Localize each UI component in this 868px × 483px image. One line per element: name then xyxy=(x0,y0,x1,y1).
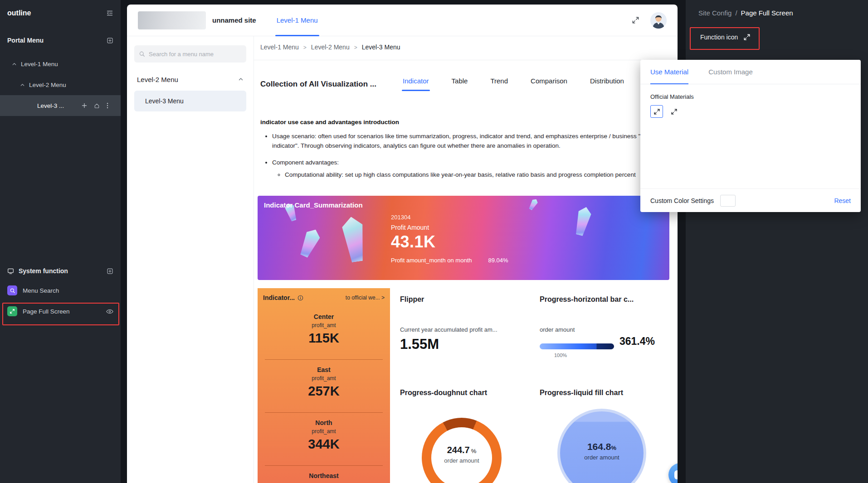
system-function-section: System function Menu Search Page Full Sc… xyxy=(0,262,121,322)
system-function-header: System function xyxy=(0,262,121,280)
sidebar-item-menu-search[interactable]: Menu Search xyxy=(0,280,121,301)
tab-distribution[interactable]: Distribution xyxy=(589,76,625,91)
official-materials-label: Official Materials xyxy=(650,93,694,100)
intro-section: indicator use case and advantages introd… xyxy=(260,118,672,180)
fullscreen-icon[interactable] xyxy=(632,16,639,24)
tree-item-label: Level-3 ... xyxy=(37,102,64,109)
add-menu-icon[interactable] xyxy=(107,37,113,44)
menu-search-box[interactable] xyxy=(134,45,246,63)
intro-heading: indicator use case and advantages introd… xyxy=(260,118,672,127)
component-tabs: Indicator Table Trend Comparison Distrib… xyxy=(402,76,676,91)
chevron-up-icon xyxy=(238,77,244,82)
custom-color-settings-label: Custom Color Settings xyxy=(650,197,714,204)
assistant-button[interactable] xyxy=(668,463,678,483)
add-icon[interactable] xyxy=(82,103,87,108)
function-expand-icon xyxy=(743,34,751,41)
menu-search-label: Menu Search xyxy=(23,287,59,294)
divider xyxy=(254,60,678,60)
function-icon-button[interactable]: Function icon xyxy=(700,34,751,41)
banner-title: Indicator Card_Summarization xyxy=(264,201,363,209)
tab-use-material[interactable]: Use Material xyxy=(650,60,688,84)
intro-bullet: Component advantages: Computational abil… xyxy=(272,158,672,180)
tab-indicator[interactable]: Indicator xyxy=(402,76,430,91)
breadcrumb: Level-1 Menu Level-2 Menu Level-3 Menu xyxy=(260,43,400,51)
page-content: Level-1 Menu Level-2 Menu Level-3 Menu C… xyxy=(254,36,678,483)
breadcrumb-item-current: Level-3 Menu xyxy=(362,43,400,51)
config-breadcrumb-current: Page Full Screen xyxy=(741,9,793,17)
tree-item-level-1[interactable]: Level-1 Menu xyxy=(0,53,121,74)
menu-group-label: Level-2 Menu xyxy=(137,76,178,83)
site-name: unnamed site xyxy=(212,16,256,24)
sidebar-item-page-full-screen[interactable]: Page Full Screen xyxy=(0,301,121,322)
flipper-value: 1.55M xyxy=(400,336,439,353)
reset-link[interactable]: Reset xyxy=(834,197,851,204)
material-option[interactable] xyxy=(668,105,680,118)
banner-footer-label: Profit amount_month on month xyxy=(391,257,472,264)
material-popup: Use Material Custom Image Official Mater… xyxy=(640,60,861,212)
menu-item-level-3[interactable]: Level-3 Menu xyxy=(134,91,246,111)
indicator-card-title: Indicator... xyxy=(263,294,295,301)
sidebar-header: outline xyxy=(0,5,121,21)
panel-collapse-icon[interactable] xyxy=(106,10,113,17)
menu-group-level-2[interactable]: Level-2 Menu xyxy=(134,68,246,91)
portal-menu-tree: Level-1 Menu Level-2 Menu Level-3 ... xyxy=(0,53,121,116)
config-breadcrumb: Site Config Page Full Screen xyxy=(698,9,793,17)
banner-footer-value: 89.04% xyxy=(488,257,508,264)
home-icon[interactable] xyxy=(94,103,100,109)
indicator-banner-card: Indicator Card_Summarization 201304 Prof… xyxy=(258,196,669,280)
banner-metric-label: Profit Amount xyxy=(391,224,508,231)
portal-body: Level-2 Menu Level-3 Menu Level-1 Menu L… xyxy=(127,36,678,483)
indicator-list-card: Indicator... to official we... > Center … xyxy=(258,288,390,483)
breadcrumb-item[interactable]: Level-2 Menu xyxy=(311,43,350,51)
config-breadcrumb-item[interactable]: Site Config xyxy=(698,9,731,17)
add-system-function-icon[interactable] xyxy=(107,268,113,275)
progress-bar-label: order amount xyxy=(540,326,575,333)
material-option-selected[interactable] xyxy=(650,105,663,118)
flipper-title: Flipper xyxy=(400,295,424,304)
progress-bar-track xyxy=(540,343,614,349)
system-function-label: System function xyxy=(19,267,68,275)
intro-bullet: Usage scenario: often used for scenarios… xyxy=(272,132,672,151)
tree-item-label: Level-2 Menu xyxy=(29,82,66,88)
tree-item-level-3[interactable]: Level-3 ... xyxy=(0,95,121,116)
tree-item-level-2[interactable]: Level-2 Menu xyxy=(0,74,121,95)
intro-sub-bullet: Computational ability: set up high class… xyxy=(285,170,672,180)
info-icon[interactable] xyxy=(297,295,303,301)
crystal-decoration xyxy=(572,205,594,237)
expand-arrows-icon xyxy=(653,108,660,115)
floating-buttons xyxy=(668,463,678,483)
official-website-link[interactable]: to official we... > xyxy=(346,295,385,301)
eye-icon[interactable] xyxy=(106,309,113,314)
progress-bar-value: 361.4% xyxy=(619,335,655,348)
portal-menu-header: Portal Menu xyxy=(0,34,121,47)
tab-comparison[interactable]: Comparison xyxy=(530,76,568,91)
page-full-screen-icon xyxy=(7,306,17,316)
indicator-item: Center profit_amt 115K xyxy=(265,307,383,360)
tab-table[interactable]: Table xyxy=(451,76,469,91)
banner-period: 201304 xyxy=(391,214,508,221)
breadcrumb-item[interactable]: Level-1 Menu xyxy=(260,43,299,51)
menu-search-icon xyxy=(7,285,17,295)
portal-menu-label: Portal Menu xyxy=(7,37,44,44)
portal-header: unnamed site Level-1 Menu xyxy=(127,5,678,36)
more-vertical-icon[interactable] xyxy=(107,102,108,109)
portal-preview: unnamed site Level-1 Menu xyxy=(127,5,678,483)
chevron-up-icon xyxy=(20,82,25,87)
menu-search-input[interactable] xyxy=(149,51,242,58)
breadcrumb-separator-icon xyxy=(303,43,307,51)
liquid-center-text: 164.8% order amount xyxy=(557,441,646,461)
tab-custom-image[interactable]: Custom Image xyxy=(708,60,753,84)
crystal-decoration xyxy=(527,198,540,212)
tree-item-label: Level-1 Menu xyxy=(21,61,58,68)
expand-arrows-icon xyxy=(671,108,678,115)
avatar[interactable] xyxy=(650,12,667,29)
sidebar-title: outline xyxy=(7,9,31,17)
banner-metric-value: 43.1K xyxy=(391,232,508,251)
nav-tab-level-1[interactable]: Level-1 Menu xyxy=(275,5,319,36)
indicator-item: East profit_amt 257K xyxy=(265,360,383,413)
search-icon xyxy=(139,51,145,57)
banner-metric: 201304 Profit Amount 43.1K Profit amount… xyxy=(391,214,508,264)
color-swatch[interactable] xyxy=(720,195,736,207)
tab-trend[interactable]: Trend xyxy=(489,76,509,91)
material-options xyxy=(650,105,680,118)
